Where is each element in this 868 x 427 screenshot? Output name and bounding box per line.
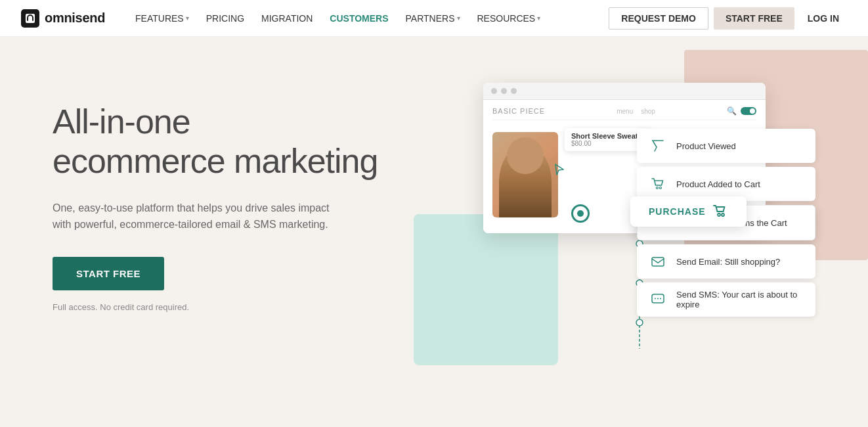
purchase-dot — [571, 204, 590, 223]
start-free-nav-button[interactable]: START FREE — [714, 7, 794, 30]
chevron-down-icon-2: ▾ — [457, 14, 460, 22]
workflow-item-send-sms: Send SMS: Your cart is about to expire — [637, 282, 815, 317]
product-price: $80.00 — [571, 140, 645, 147]
cart-add-icon — [647, 173, 668, 194]
nav-links: FEATURES ▾ PRICING MIGRATION CUSTOMERS P… — [129, 9, 609, 28]
svg-point-12 — [636, 319, 643, 326]
nav-migration[interactable]: MIGRATION — [255, 9, 319, 28]
browser-bar — [483, 83, 766, 100]
workflow-label-4: Send Email: Still shopping? — [676, 257, 780, 267]
shop-header: BASIC PIECE menu shop 🔍 — [492, 106, 756, 120]
hero-title: All-in-one ecommerce marketing — [53, 102, 394, 181]
product-viewed-icon — [647, 135, 668, 156]
workflow-label-5: Send SMS: Your cart is about to expire — [676, 290, 805, 309]
nav-features[interactable]: FEATURES ▾ — [129, 9, 196, 28]
chevron-down-icon: ▾ — [186, 14, 189, 22]
product-name: Short Sleeve Sweater — [571, 132, 645, 140]
shop-nav-items: menu shop — [617, 108, 655, 115]
hero-subtitle: One, easy-to-use platform that helps you… — [53, 200, 341, 233]
nav-partners[interactable]: PARTNERS ▾ — [399, 9, 467, 28]
browser-dot-3 — [511, 88, 517, 94]
browser-dot-2 — [501, 88, 507, 94]
svg-point-5 — [655, 298, 656, 300]
svg-point-6 — [657, 298, 659, 300]
workflow-label-1: Product Viewed — [676, 141, 736, 151]
hero-section: All-in-one ecommerce marketing One, easy… — [0, 37, 868, 427]
hero-left: All-in-one ecommerce marketing One, easy… — [53, 76, 394, 312]
start-free-hero-button[interactable]: START FREE — [53, 257, 164, 290]
navbar: omnisend FEATURES ▾ PRICING MIGRATION CU… — [0, 0, 868, 37]
cursor-overlay — [553, 163, 566, 179]
product-image — [492, 132, 558, 217]
purchase-label: PURCHASE — [649, 206, 706, 217]
nav-customers[interactable]: CUSTOMERS — [323, 9, 395, 28]
svg-rect-3 — [652, 258, 664, 266]
hero-right: BASIC PIECE menu shop 🔍 — [394, 70, 815, 233]
request-demo-button[interactable]: REQUEST DEMO — [609, 7, 708, 30]
purchase-button[interactable]: PURCHASE — [630, 196, 747, 227]
teal-background-block — [414, 214, 558, 365]
search-icon: 🔍 — [727, 106, 737, 116]
svg-point-7 — [660, 298, 661, 300]
chevron-down-icon-3: ▾ — [537, 14, 540, 22]
workflow-item-send-email: Send Email: Still shopping? — [637, 244, 815, 279]
nav-pricing[interactable]: PRICING — [200, 9, 251, 28]
login-button[interactable]: LOG IN — [800, 8, 847, 29]
shop-icons: 🔍 — [727, 106, 756, 116]
logo-link[interactable]: omnisend — [21, 9, 105, 28]
hero-note: Full access. No credit card required. — [53, 302, 394, 312]
shop-name: BASIC PIECE — [492, 107, 545, 115]
shop-nav-shop: shop — [641, 108, 655, 115]
cursor-icon — [553, 163, 566, 176]
nav-resources[interactable]: RESOURCES ▾ — [471, 9, 548, 28]
shop-nav-menu: menu — [617, 108, 633, 115]
svg-point-13 — [718, 214, 720, 216]
svg-point-2 — [660, 187, 662, 189]
sms-icon — [647, 289, 668, 310]
brand-name: omnisend — [45, 11, 105, 26]
svg-point-1 — [657, 187, 659, 189]
email-icon — [647, 251, 668, 272]
cart-icon — [712, 204, 728, 219]
nav-actions: REQUEST DEMO START FREE LOG IN — [609, 7, 847, 30]
workflow-item-product-viewed: Product Viewed — [637, 129, 815, 163]
svg-point-14 — [722, 214, 724, 216]
browser-dot-1 — [491, 88, 497, 94]
logo-icon — [21, 9, 39, 28]
workflow-label-2: Product Added to Cart — [676, 179, 760, 189]
toggle-icon — [741, 107, 756, 115]
